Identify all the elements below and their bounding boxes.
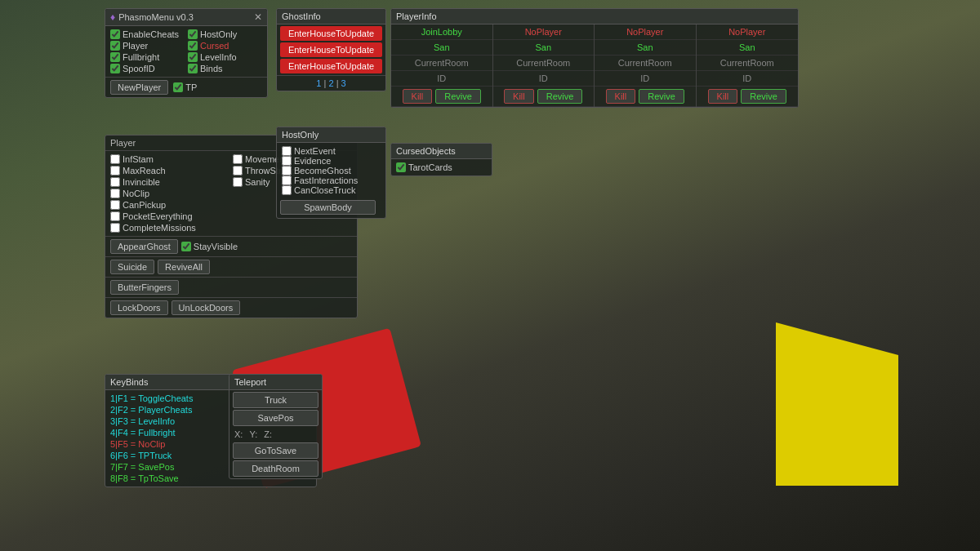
save-pos-button[interactable]: SavePos (233, 410, 318, 426)
playerinfo-title: PlayerInfo (396, 11, 437, 21)
ghost-header: GhostInfo (277, 9, 385, 24)
phasmo-title-row: ♦ PhasmoMenu v0.3 (110, 11, 194, 23)
tp-coordinates: X: Y: Z: (229, 428, 322, 441)
butter-fingers-button[interactable]: ButterFingers (110, 280, 179, 295)
pi-btns-3: Kill Revive (595, 87, 696, 107)
host-only-checkbox[interactable]: HostOnly (188, 29, 262, 39)
become-ghost-checkbox[interactable]: BecomeGhost (282, 166, 381, 176)
pi-col-4: NoPlayer San CurrentRoom ID Kill Revive (697, 24, 799, 107)
pi-join-2: NoPlayer (493, 24, 595, 40)
pi-san-2: San (493, 40, 595, 56)
player-checkbox[interactable]: Player (110, 41, 185, 51)
ghost-num-1[interactable]: 1 (316, 78, 321, 88)
appear-ghost-button[interactable]: AppearGhost (110, 239, 178, 254)
phasmo-icon: ♦ (110, 11, 115, 23)
spawn-body-button[interactable]: SpawnBody (280, 200, 376, 215)
playerinfo-header: PlayerInfo (391, 9, 798, 24)
teleport-header: Teleport (229, 375, 322, 390)
truck-button[interactable]: Truck (233, 392, 318, 408)
pi-btns-2: Kill Revive (493, 87, 595, 107)
pi-san-1: San (391, 40, 492, 56)
cursed-objects-panel: CursedObjects TarotCards (390, 143, 492, 176)
hostonly-header: HostOnly (277, 127, 385, 143)
pi-id-4: ID (697, 71, 799, 87)
pi-san-4: San (697, 40, 799, 56)
canpickup-checkbox[interactable]: CanPickup (110, 200, 229, 210)
death-room-button[interactable]: DeathRoom (233, 460, 318, 477)
nextevent-checkbox[interactable]: NextEvent (282, 146, 381, 156)
kill-btn-3[interactable]: Kill (606, 89, 636, 104)
ghost-update-btn-1[interactable]: EnterHouseToUpdate (280, 26, 382, 41)
pi-join-4: NoPlayer (697, 24, 799, 40)
spawn-body-row: SpawnBody (277, 198, 385, 218)
binds-checkbox[interactable]: Binds (188, 64, 262, 73)
pi-join-1: JoinLobby (391, 24, 492, 40)
phasmo-menu-panel: ♦ PhasmoMenu v0.3 ✕ EnableCheats HostOnl… (105, 8, 268, 98)
pi-id-2: ID (493, 71, 595, 87)
revive-btn-3[interactable]: Revive (639, 89, 684, 104)
host-only-panel: HostOnly NextEvent Evidence BecomeGhost … (276, 127, 386, 219)
tp-checkbox[interactable]: TP (173, 82, 197, 92)
pi-id-3: ID (595, 71, 696, 87)
lock-doors-button[interactable]: LockDoors (110, 300, 168, 315)
invincible-checkbox[interactable]: Invincible (110, 177, 229, 187)
z-label: Z: (264, 429, 272, 439)
cursed-header: CursedObjects (391, 144, 492, 159)
tarot-cards-checkbox[interactable]: TarotCards (396, 162, 487, 172)
keybinds-title: KeyBinds (110, 377, 148, 387)
evidence-checkbox[interactable]: Evidence (282, 156, 381, 166)
ghost-num-2[interactable]: 2 (328, 78, 333, 88)
ghost-numbers: 1 | 2 | 3 (277, 75, 385, 91)
pi-col-2: NoPlayer San CurrentRoom ID Kill Revive (493, 24, 595, 107)
new-player-button[interactable]: NewPlayer (110, 80, 168, 95)
stay-visible-checkbox[interactable]: StayVisible (181, 239, 238, 254)
completemissions-checkbox[interactable]: CompleteMissions (110, 223, 229, 233)
x-label: X: (234, 429, 243, 439)
revive-btn-4[interactable]: Revive (741, 89, 786, 104)
kill-btn-4[interactable]: Kill (708, 89, 738, 104)
new-player-row: NewPlayer TP (105, 77, 267, 97)
kill-btn-1[interactable]: Kill (403, 89, 433, 104)
spoofid-checkbox[interactable]: SpoofID (110, 64, 185, 73)
ghost-num-3[interactable]: 3 (341, 78, 346, 88)
hostonly-checkboxes: NextEvent Evidence BecomeGhost FastInter… (277, 143, 385, 198)
pi-room-4: CurrentRoom (697, 56, 799, 71)
phasmo-title: PhasmoMenu v0.3 (118, 12, 194, 22)
phasmo-checkboxes: EnableCheats HostOnly Player Cursed Full… (105, 26, 267, 77)
kill-btn-2[interactable]: Kill (504, 89, 534, 104)
phasmo-close-button[interactable]: ✕ (254, 11, 262, 23)
player-action-row4: LockDoors UnLockDoors (105, 297, 357, 318)
pi-san-3: San (595, 40, 696, 56)
can-close-truck-checkbox[interactable]: CanCloseTruck (282, 185, 381, 195)
pi-join-3: NoPlayer (595, 24, 696, 40)
pi-room-1: CurrentRoom (391, 56, 492, 71)
pi-col-3: NoPlayer San CurrentRoom ID Kill Revive (595, 24, 697, 107)
maxreach-checkbox[interactable]: MaxReach (110, 166, 229, 176)
teleport-title: Teleport (234, 377, 266, 387)
enable-cheats-checkbox[interactable]: EnableCheats (110, 29, 185, 39)
cursed-checkboxes: TarotCards (391, 159, 492, 176)
pocketeverything-checkbox[interactable]: PocketEverything (110, 211, 229, 221)
unlock-doors-button[interactable]: UnLockDoors (172, 300, 241, 315)
y-label: Y: (249, 429, 257, 439)
ghost-info-panel: GhostInfo EnterHouseToUpdate EnterHouseT… (276, 8, 386, 91)
revive-all-button[interactable]: ReviveAll (158, 260, 210, 274)
pi-id-1: ID (391, 71, 492, 87)
suicide-button[interactable]: Suicide (110, 260, 154, 274)
playerinfo-grid: JoinLobby San CurrentRoom ID Kill Revive… (391, 24, 798, 107)
infstam-checkbox[interactable]: InfStam (110, 154, 229, 164)
pi-room-3: CurrentRoom (595, 56, 696, 71)
ghost-update-btn-2[interactable]: EnterHouseToUpdate (280, 42, 382, 57)
levelinfo-checkbox[interactable]: LevelInfo (188, 52, 262, 62)
go-to-save-button[interactable]: GoToSave (233, 442, 318, 459)
player-action-row1: AppearGhost StayVisible (105, 236, 357, 256)
fullbright-checkbox[interactable]: Fullbright (110, 52, 185, 62)
revive-btn-1[interactable]: Revive (435, 89, 481, 104)
noclip-checkbox[interactable]: NoClip (110, 189, 229, 198)
cursed-checkbox[interactable]: Cursed (188, 41, 262, 51)
revive-btn-2[interactable]: Revive (537, 89, 583, 104)
ghost-update-btn-3[interactable]: EnterHouseToUpdate (280, 59, 382, 73)
pi-btns-4: Kill Revive (697, 87, 799, 107)
player-action-row3: ButterFingers (105, 277, 357, 297)
fast-interactions-checkbox[interactable]: FastInteractions (282, 176, 381, 185)
